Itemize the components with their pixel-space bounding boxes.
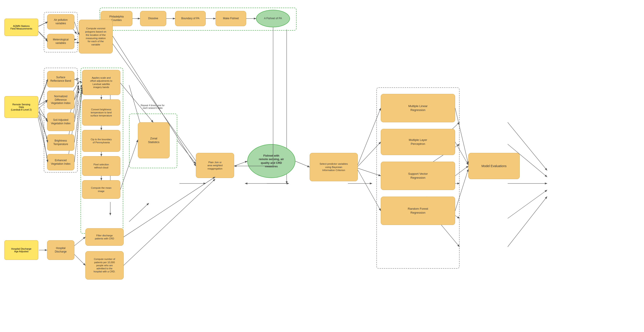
dissolve-node: Dissolve: [140, 11, 166, 26]
clip-boundary-node: Cip to the boundary of Pennsylvania: [82, 130, 120, 152]
compute-patients-node: Compute number of patients per 10,000 pe…: [85, 251, 124, 280]
aqmn-node: AQMN Stations Field Measurements: [4, 18, 38, 36]
savi-node: Soil Adjusted Vegetation Index: [47, 113, 74, 131]
filter-crd-node: Filter discharge patients with CRD: [85, 228, 124, 246]
fishnet-remote-node: Fishnet with remote sensing, air quality…: [247, 144, 296, 178]
svg-line-40: [508, 197, 547, 247]
remote-sensing-node: Remote Sensing Data (Landsat-8 Level 2): [4, 96, 38, 118]
pixel-selection-node: Pixel selection without cloud: [82, 156, 120, 176]
brightness-temp-node: Brightness Temperature: [47, 134, 74, 151]
applies-scale-node: Applies scale and offset adjustments to …: [82, 70, 120, 95]
hospital-discharge-node: Hospital Discharge: [47, 240, 74, 260]
zonal-stats-node: Zonal Statistics: [138, 122, 170, 158]
svg-line-39: [508, 190, 547, 218]
hospital-discharge-data-node: Hospital Discharge Age Adjusted: [4, 240, 38, 260]
make-fishnet-node: Make Fishnet: [216, 11, 246, 26]
plain-join-node: Plain Join or area weighted reaggregatio…: [196, 153, 234, 178]
evi-node: Enhanced Vegetation Index: [47, 154, 74, 170]
rfr-node: Random Forest Regression: [381, 197, 455, 225]
compute-mean-node: Compute the mean image: [82, 180, 120, 199]
model-eval-node: Model Evaluations: [468, 153, 520, 179]
ndvi-node: Normalized Difference Vegetation Index: [47, 91, 74, 109]
air-pollution-node: Air pollution variables: [47, 14, 74, 29]
select-predictor-node: Select predictor variables using Bayesia…: [310, 153, 358, 181]
meteorological-node: Meterological variables: [47, 34, 74, 49]
compute-voronoi-node: Compute voronoi polygons based on the lo…: [79, 20, 113, 53]
convert-brightness-node: Convert brightness temperature to land s…: [82, 99, 120, 126]
svg-line-19: [129, 203, 149, 222]
mlr-node: Multiple Linear Regression: [381, 94, 455, 122]
svr-node: Support Vector Regression: [381, 162, 455, 190]
surface-reflectance-node: Surface Reflectance Band: [47, 71, 74, 87]
mlp-node: Multiple Layer Perceptron: [381, 129, 455, 155]
fishnet-pa-node: A Fishnet of PA: [256, 10, 290, 27]
repeat-label-node: Repeat 4 times, one for each season's da…: [129, 100, 176, 113]
diagram-canvas: Philadelphia Counties Dissolve Boundary …: [0, 0, 644, 332]
boundary-pa-node: Boundary of PA: [175, 11, 206, 26]
